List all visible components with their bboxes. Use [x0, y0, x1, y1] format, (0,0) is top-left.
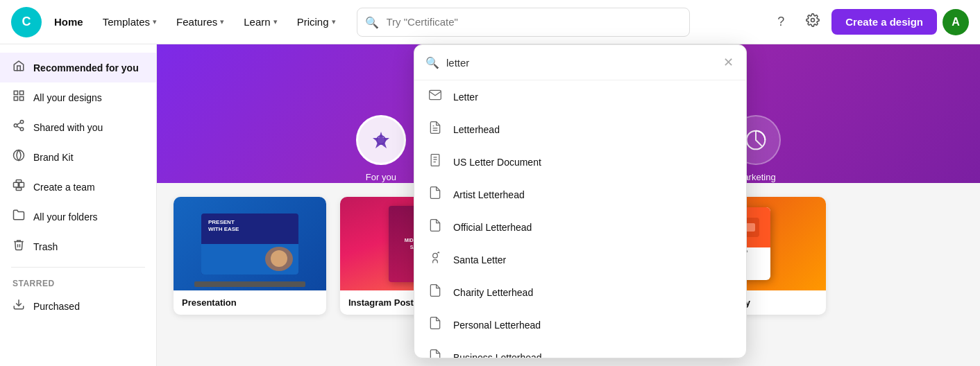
nav-features[interactable]: Features ▾	[169, 10, 231, 33]
svg-rect-3	[14, 97, 17, 101]
presentation-label: Presentation	[174, 290, 326, 315]
dropdown-item-charity-letterhead-text: Charity Letterhead	[453, 287, 533, 298]
dropdown-item-artist-letterhead[interactable]: Artist Letterhead	[414, 178, 746, 211]
for-you-label: For you	[366, 172, 396, 182]
brand-icon	[12, 149, 25, 165]
svg-point-31	[433, 253, 438, 258]
letter-icon	[427, 88, 443, 105]
sidebar-item-shared[interactable]: Shared with you	[0, 112, 156, 142]
nav-templates[interactable]: Templates ▾	[96, 10, 164, 33]
dropdown-item-santa-letter[interactable]: Santa Letter	[414, 243, 746, 276]
settings-button[interactable]	[800, 9, 826, 35]
presentation-thumb: PRESENTWITH EASE	[174, 197, 326, 290]
learn-chevron-icon: ▾	[273, 17, 278, 26]
svg-rect-11	[14, 182, 19, 187]
category-for-you[interactable]: For you	[353, 115, 409, 182]
nav-home-label: Home	[54, 16, 83, 28]
sidebar-item-brand-kit[interactable]: Brand Kit	[0, 142, 156, 172]
dropdown-item-letter-text: Letter	[453, 92, 478, 103]
search-dropdown: 🔍 ✕ Letter	[414, 44, 747, 358]
dropdown-item-charity-letterhead[interactable]: Charity Letterhead	[414, 276, 746, 308]
dropdown-search-input[interactable]	[446, 57, 715, 69]
dropdown-item-official-letterhead[interactable]: Official Letterhead	[414, 211, 746, 243]
trash-icon	[12, 238, 25, 254]
help-icon: ?	[777, 15, 784, 29]
svg-rect-13	[16, 180, 22, 183]
grid-icon	[12, 89, 25, 105]
sidebar-brand-label: Brand Kit	[33, 152, 74, 163]
sidebar-all-designs-label: All your designs	[33, 92, 102, 103]
sidebar-item-create-team[interactable]: Create a team	[0, 172, 156, 202]
top-navigation: C Home Templates ▾ Features ▾ Learn ▾ Pr…	[0, 0, 980, 44]
us-letter-icon	[427, 153, 443, 171]
help-button[interactable]: ?	[768, 9, 794, 35]
charity-letterhead-icon	[427, 284, 443, 301]
dropdown-item-official-letterhead-text: Official Letterhead	[453, 222, 532, 233]
gear-icon	[806, 13, 820, 31]
svg-rect-12	[19, 182, 24, 187]
sidebar-item-trash[interactable]: Trash	[0, 232, 156, 261]
dropdown-item-letter[interactable]: Letter	[414, 80, 746, 113]
svg-line-9	[17, 123, 20, 125]
dropdown-item-personal-letterhead[interactable]: Personal Letterhead	[414, 308, 746, 341]
official-letterhead-icon	[427, 218, 443, 236]
business-letterhead-icon	[427, 349, 443, 358]
svg-rect-1	[14, 91, 17, 94]
folder-icon	[12, 209, 25, 225]
canva-logo[interactable]: C	[11, 7, 42, 37]
svg-rect-27	[431, 155, 439, 166]
dropdown-close-button[interactable]: ✕	[722, 53, 735, 71]
dropdown-item-letterhead-text: Letterhead	[453, 124, 500, 135]
dropdown-item-santa-letter-text: Santa Letter	[453, 254, 506, 265]
dropdown-search-bar: 🔍 ✕	[414, 45, 746, 80]
sidebar-purchased-label: Purchased	[33, 301, 80, 312]
nav-templates-label: Templates	[103, 16, 150, 28]
for-you-circle	[356, 115, 406, 165]
features-chevron-icon: ▾	[220, 17, 224, 26]
sidebar-item-purchased[interactable]: Purchased	[0, 291, 156, 321]
sidebar-item-recommended[interactable]: Recommended for you	[0, 53, 156, 82]
sidebar-recommended-label: Recommended for you	[33, 62, 139, 73]
starred-section-label: Starred	[0, 273, 156, 291]
sidebar-trash-label: Trash	[33, 241, 58, 252]
share-icon	[12, 119, 25, 135]
create-design-button[interactable]: Create a design	[831, 9, 937, 35]
svg-point-10	[14, 150, 24, 161]
dropdown-results-list: Letter Letterhead	[414, 80, 746, 358]
svg-point-6	[14, 124, 17, 128]
svg-point-5	[20, 121, 24, 124]
download-icon	[12, 298, 25, 314]
sidebar-shared-label: Shared with you	[33, 122, 103, 133]
dropdown-item-business-letterhead[interactable]: Business Letterhead	[414, 341, 746, 358]
personal-letterhead-icon	[427, 316, 443, 333]
sidebar-create-team-label: Create a team	[33, 182, 95, 193]
letterhead-icon	[427, 121, 443, 138]
dropdown-item-artist-letterhead-text: Artist Letterhead	[453, 189, 525, 200]
home-icon	[12, 60, 25, 76]
template-card-presentation[interactable]: PRESENTWITH EASE Presentation	[174, 197, 326, 315]
nav-features-label: Features	[176, 16, 217, 28]
svg-line-8	[17, 126, 20, 128]
nav-learn[interactable]: Learn ▾	[237, 10, 284, 33]
artist-letterhead-icon	[427, 186, 443, 203]
nav-pricing-label: Pricing	[297, 16, 329, 28]
nav-learn-label: Learn	[244, 16, 270, 28]
sidebar: Recommended for you All your designs Sha…	[0, 44, 157, 366]
nav-home[interactable]: Home	[47, 10, 90, 33]
svg-rect-4	[20, 97, 24, 101]
svg-rect-14	[16, 188, 22, 191]
pricing-chevron-icon: ▾	[332, 17, 336, 26]
dropdown-item-letterhead[interactable]: Letterhead	[414, 113, 746, 146]
search-bar: 🔍	[357, 8, 690, 37]
sidebar-item-all-folders[interactable]: All your folders	[0, 202, 156, 232]
sidebar-item-all-designs[interactable]: All your designs	[0, 82, 156, 112]
avatar[interactable]: A	[943, 9, 969, 35]
svg-point-7	[20, 128, 24, 131]
santa-letter-icon	[427, 251, 443, 268]
dropdown-item-us-letter[interactable]: US Letter Document	[414, 146, 746, 178]
nav-pricing[interactable]: Pricing ▾	[290, 10, 343, 33]
svg-point-0	[811, 19, 815, 22]
templates-chevron-icon: ▾	[153, 17, 157, 26]
search-input[interactable]	[357, 8, 690, 37]
dropdown-item-personal-letterhead-text: Personal Letterhead	[453, 320, 541, 331]
